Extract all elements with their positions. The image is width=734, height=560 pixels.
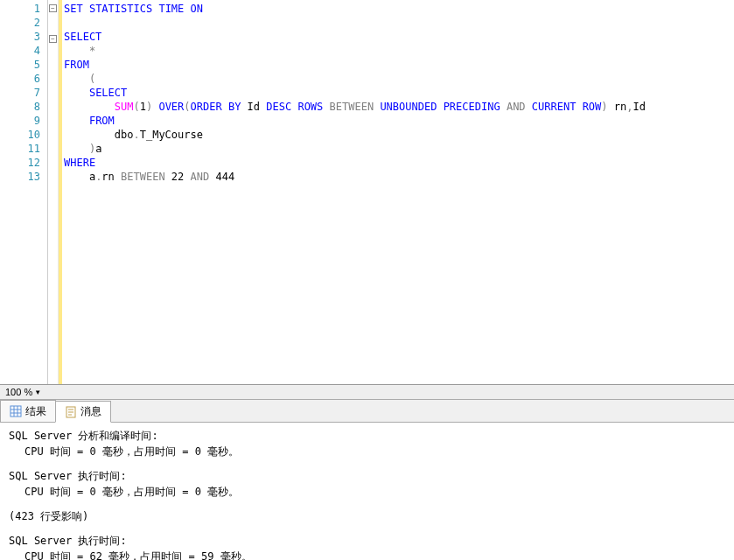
tab-messages-label: 消息 — [80, 404, 101, 419]
line-number: 4 — [0, 44, 47, 58]
tab-results[interactable]: 结果 — [0, 400, 56, 422]
svg-rect-0 — [10, 406, 21, 416]
rows-affected: (423 行受影响) — [9, 508, 725, 524]
code-line[interactable]: SET STATISTICS TIME ON — [64, 2, 734, 16]
code-line[interactable]: FROM — [64, 114, 734, 128]
message-detail: CPU 时间 = 62 毫秒，占用时间 = 59 毫秒。 — [9, 549, 725, 560]
results-tabs: 结果 消息 — [0, 400, 734, 423]
grid-icon — [10, 405, 22, 417]
code-line[interactable]: ( — [64, 72, 734, 86]
fold-cell: − — [48, 35, 58, 49]
message-block: SQL Server 执行时间: CPU 时间 = 0 毫秒，占用时间 = 0 … — [9, 468, 725, 500]
code-line[interactable] — [64, 16, 734, 30]
sql-editor[interactable]: 12345678910111213 −− SET STATISTICS TIME… — [0, 0, 734, 385]
line-number: 11 — [0, 142, 47, 156]
fold-cell — [48, 91, 58, 105]
fold-cell — [48, 147, 58, 161]
line-number: 5 — [0, 58, 47, 72]
message-detail: CPU 时间 = 0 毫秒，占用时间 = 0 毫秒。 — [9, 444, 725, 459]
chevron-down-icon: ▼ — [34, 388, 41, 396]
line-number: 9 — [0, 114, 47, 128]
line-number: 2 — [0, 16, 47, 30]
fold-cell — [48, 77, 58, 91]
line-number: 13 — [0, 170, 47, 184]
messages-pane[interactable]: SQL Server 分析和编译时间: CPU 时间 = 0 毫秒，占用时间 =… — [0, 423, 734, 560]
message-block: SQL Server 分析和编译时间: CPU 时间 = 0 毫秒，占用时间 =… — [9, 428, 725, 459]
zoom-bar: 100 % ▼ — [0, 385, 734, 400]
line-number: 3 — [0, 30, 47, 44]
line-number: 8 — [0, 100, 47, 114]
code-line[interactable]: SUM(1) OVER(ORDER BY Id DESC ROWS BETWEE… — [64, 100, 734, 114]
fold-cell — [48, 175, 58, 189]
message-title: SQL Server 分析和编译时间: — [9, 428, 725, 444]
fold-cell — [48, 63, 58, 77]
code-line[interactable]: WHERE — [64, 156, 734, 170]
code-area[interactable]: SET STATISTICS TIME ONSELECT *FROM ( SEL… — [62, 0, 734, 384]
line-number: 7 — [0, 86, 47, 100]
zoom-dropdown[interactable]: 100 % ▼ — [5, 387, 41, 397]
fold-cell — [48, 18, 58, 32]
message-title: SQL Server 执行时间: — [9, 468, 725, 484]
document-icon — [65, 406, 77, 418]
message-detail: CPU 时间 = 0 毫秒，占用时间 = 0 毫秒。 — [9, 484, 725, 500]
line-number-gutter: 12345678910111213 — [0, 0, 48, 384]
code-line[interactable]: )a — [64, 142, 734, 156]
line-number: 12 — [0, 156, 47, 170]
fold-cell — [48, 119, 58, 133]
code-line[interactable]: FROM — [64, 58, 734, 72]
fold-column: −− — [48, 0, 59, 384]
code-line[interactable]: dbo.T_MyCourse — [64, 128, 734, 142]
code-line[interactable]: * — [64, 44, 734, 58]
line-number: 6 — [0, 72, 47, 86]
line-number: 1 — [0, 2, 47, 16]
fold-cell: − — [48, 4, 58, 18]
fold-cell — [48, 105, 58, 119]
code-line[interactable]: SELECT — [64, 30, 734, 44]
zoom-value: 100 % — [5, 387, 32, 397]
fold-toggle-icon[interactable]: − — [49, 4, 57, 12]
tab-results-label: 结果 — [25, 404, 46, 419]
message-title: SQL Server 执行时间: — [9, 533, 725, 549]
fold-cell — [48, 49, 58, 63]
line-number: 10 — [0, 128, 47, 142]
fold-cell — [48, 133, 58, 147]
code-line[interactable]: a.rn BETWEEN 22 AND 444 — [64, 170, 734, 184]
tab-messages[interactable]: 消息 — [55, 401, 111, 423]
fold-toggle-icon[interactable]: − — [49, 35, 57, 43]
message-block: SQL Server 执行时间: CPU 时间 = 62 毫秒，占用时间 = 5… — [9, 533, 725, 560]
code-line[interactable]: SELECT — [64, 86, 734, 100]
fold-cell — [48, 161, 58, 175]
